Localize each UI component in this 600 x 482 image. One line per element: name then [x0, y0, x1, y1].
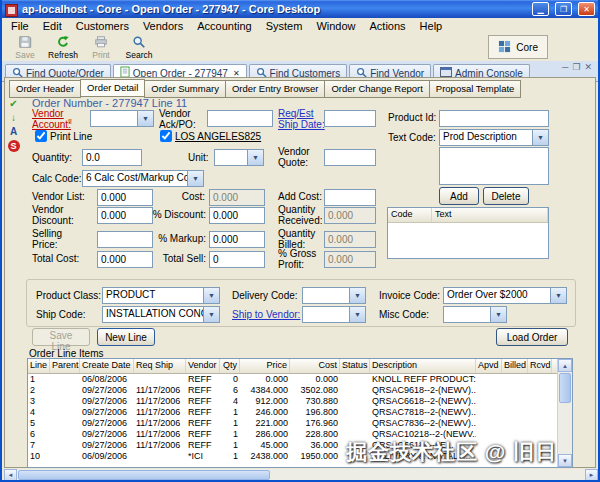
column-header-cost[interactable]: Cost	[290, 359, 340, 373]
selling-price-input[interactable]	[97, 231, 153, 248]
table-row[interactable]: 209/27/200611/17/2006REFF64384.0003502.0…	[28, 385, 557, 396]
chevron-down-icon[interactable]: ▼	[490, 307, 506, 322]
chevron-down-icon[interactable]: ▼	[349, 288, 365, 303]
search-button[interactable]: Search	[120, 34, 158, 61]
subtab-proposal-template[interactable]: Proposal Template	[429, 80, 522, 98]
vertical-scrollbar[interactable]: ▲ ▼	[557, 359, 572, 467]
save-line-button[interactable]: Save Line	[32, 328, 90, 346]
vendor-ackpo-input[interactable]	[207, 110, 273, 127]
scroll-up-icon[interactable]: ▲	[558, 359, 572, 372]
vendor-quote-input[interactable]	[324, 149, 376, 166]
scroll-track[interactable]	[558, 404, 572, 454]
check-icon[interactable]: ✔	[8, 98, 20, 110]
print-line-checkbox[interactable]	[35, 130, 47, 142]
chevron-down-icon[interactable]: ▼	[187, 171, 203, 186]
hscroll-thumb[interactable]	[18, 470, 270, 480]
refresh-button[interactable]: Refresh	[44, 34, 82, 61]
column-header-description[interactable]: Description	[370, 359, 476, 373]
panel-close-icon[interactable]: ✕	[584, 62, 592, 72]
invoice-code-combobox[interactable]: Order Over $2000▼	[443, 287, 567, 304]
chevron-down-icon[interactable]: ▼	[203, 307, 219, 322]
ship-to-vendor-combobox[interactable]: ▼	[302, 306, 366, 323]
chevron-down-icon[interactable]: ▼	[532, 130, 548, 145]
table-row[interactable]: 106/08/2006REFF00.0000.000KNOLL REFF PRO…	[28, 374, 557, 385]
column-header-parent[interactable]: Parent	[50, 359, 80, 373]
column-header-rcvd[interactable]: Rcvd	[528, 359, 552, 373]
letter-s-icon[interactable]: S	[8, 140, 20, 152]
total-sell-input[interactable]	[209, 251, 265, 268]
req-ship-date-link[interactable]: Req/Est Ship Date:	[278, 108, 328, 130]
column-header-create-date[interactable]: Create Date	[80, 359, 134, 373]
vendor-list-input[interactable]	[97, 189, 153, 206]
scroll-thumb[interactable]	[559, 373, 571, 403]
down-arrow-icon[interactable]: ↓	[8, 112, 20, 124]
calc-code-combobox[interactable]: 6 Calc Cost/Markup Cost▼	[82, 170, 204, 187]
menu-item-help[interactable]: Help	[413, 19, 450, 33]
column-header-price[interactable]: Price	[240, 359, 290, 373]
subtab-order-detail[interactable]: Order Detail	[80, 79, 145, 97]
quantity-input[interactable]	[82, 149, 142, 166]
vendor-account-link[interactable]: Vendor Account:	[32, 108, 84, 130]
table-row[interactable]: 309/27/200611/17/2006REFF4912.000730.880…	[28, 396, 557, 407]
core-dock-button[interactable]: Core	[488, 35, 548, 59]
load-order-button[interactable]: Load Order	[496, 328, 568, 346]
chevron-down-icon[interactable]: ▼	[203, 288, 219, 303]
close-button[interactable]: ✕	[578, 2, 595, 16]
scroll-right-icon[interactable]: ►	[585, 469, 598, 481]
pct-discount-input[interactable]	[209, 207, 265, 224]
print-button[interactable]: Print	[82, 34, 120, 61]
subtab-order-header[interactable]: Order Header	[9, 80, 81, 98]
column-header-line[interactable]: Line	[28, 359, 50, 373]
column-header-billed[interactable]: Billed	[502, 359, 528, 373]
menu-item-accounting[interactable]: Accounting	[190, 19, 258, 33]
menu-item-vendors[interactable]: Vendors	[136, 19, 190, 33]
panel-minimize-icon[interactable]: ─	[562, 62, 568, 72]
vendor-discount-input[interactable]	[97, 207, 153, 224]
chevron-down-icon[interactable]: ▼	[137, 111, 153, 126]
column-header-apvd[interactable]: Apvd	[476, 359, 502, 373]
table-row[interactable]: 409/27/200611/17/2006REFF1246.000196.800…	[28, 407, 557, 418]
code-text-table[interactable]: Code Text	[387, 207, 549, 259]
table-row[interactable]: 509/27/200611/17/2006REFF1221.000176.960…	[28, 418, 557, 429]
description-textarea[interactable]	[439, 147, 549, 185]
menu-item-edit[interactable]: Edit	[36, 19, 69, 33]
horizontal-scrollbar[interactable]: ◄ ►	[4, 469, 598, 481]
text-code-combobox[interactable]: Prod Description▼	[439, 129, 549, 146]
warehouse-checkbox[interactable]	[160, 130, 172, 142]
panel-restore-icon[interactable]: ❐	[572, 62, 580, 72]
unit-combobox[interactable]: ▼	[214, 149, 264, 166]
menu-item-customers[interactable]: Customers	[69, 19, 136, 33]
column-header-status[interactable]: Status	[340, 359, 370, 373]
subtab-order-change-report[interactable]: Order Change Report	[324, 80, 429, 98]
letter-a-icon[interactable]: A	[8, 126, 20, 138]
subtab-order-summary[interactable]: Order Summary	[144, 80, 226, 98]
add-cost-input[interactable]	[324, 189, 376, 206]
pct-markup-input[interactable]	[209, 231, 265, 248]
maximize-button[interactable]: ❐	[555, 2, 572, 16]
column-header-req-ship[interactable]: Req Ship	[134, 359, 186, 373]
menu-item-system[interactable]: System	[259, 19, 310, 33]
warehouse-label[interactable]: LOS ANGELES825	[175, 131, 261, 142]
product-class-combobox[interactable]: PRODUCT▼	[102, 287, 220, 304]
ship-to-vendor-link[interactable]: Ship to Vendor:	[232, 309, 300, 320]
hscroll-track[interactable]	[271, 469, 585, 481]
vendor-account-combobox[interactable]: ▼	[90, 110, 154, 127]
scroll-left-icon[interactable]: ◄	[4, 469, 17, 481]
code-column-header[interactable]: Code	[388, 208, 432, 222]
column-header-vendor[interactable]: Vendor	[186, 359, 220, 373]
chevron-down-icon[interactable]: ▼	[247, 150, 263, 165]
save-button[interactable]: Save	[6, 34, 44, 61]
ship-code-combobox[interactable]: INSTALLATION CONCEPTS▼	[102, 306, 220, 323]
delete-button[interactable]: Delete	[483, 187, 529, 205]
new-line-button[interactable]: New Line	[97, 328, 155, 346]
subtab-order-entry-browser[interactable]: Order Entry Browser	[225, 80, 326, 98]
req-ship-date-input[interactable]	[324, 110, 376, 127]
menu-item-window[interactable]: Window	[309, 19, 362, 33]
chevron-down-icon[interactable]: ▼	[550, 288, 566, 303]
scroll-down-icon[interactable]: ▼	[558, 454, 572, 467]
total-cost-input[interactable]	[97, 251, 153, 268]
delivery-code-combobox[interactable]: ▼	[302, 287, 366, 304]
text-column-header[interactable]: Text	[432, 208, 548, 222]
chevron-down-icon[interactable]: ▼	[349, 307, 365, 322]
product-id-input[interactable]	[439, 110, 549, 127]
